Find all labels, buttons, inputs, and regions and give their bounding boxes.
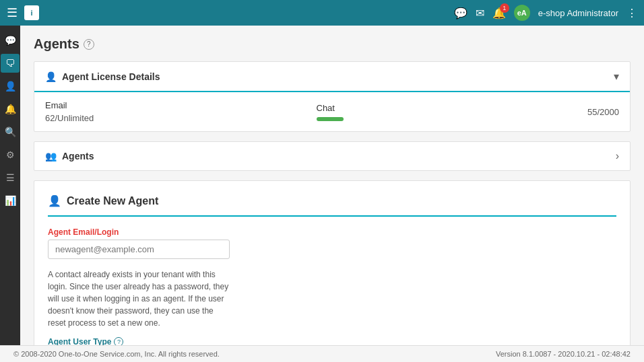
bell-badge: 1 <box>500 3 509 13</box>
user-type-help-icon[interactable]: ? <box>114 337 123 345</box>
agents-chevron-icon: › <box>616 150 619 162</box>
chat-license-col: Chat <box>317 103 588 121</box>
license-icon: 👤 <box>45 71 57 82</box>
page-title: Agents <box>34 36 79 52</box>
sidebar-item-search[interactable]: 🔍 <box>1 122 20 141</box>
main-layout: 💬 🗨 👤 🔔 🔍 ⚙ ☰ 📊 Agents ? 👤 Agent License… <box>0 26 644 345</box>
create-agent-section: 👤 Create New Agent Agent Email/Login A c… <box>34 180 631 345</box>
topbar-right: 💬 ✉ 🔔 1 eA e-shop Administrator ⋮ <box>454 5 637 21</box>
agents-section: 👥 Agents › <box>34 141 631 171</box>
chat-icon[interactable]: 💬 <box>454 7 468 20</box>
user-type-label-row: Agent User Type ? <box>48 337 616 345</box>
agents-group-icon: 👥 <box>45 151 57 161</box>
topbar-logo: i <box>24 5 39 20</box>
page-help-icon[interactable]: ? <box>84 39 94 50</box>
email-field[interactable] <box>48 240 230 259</box>
sidebar-item-settings[interactable]: ⚙ <box>1 145 20 164</box>
chat-license-bar-wrap <box>317 117 588 121</box>
user-type-label: Agent User Type <box>48 337 111 345</box>
license-section-title: Agent License Details <box>62 71 160 82</box>
share-icon[interactable]: ⋮ <box>626 7 637 20</box>
footer-version: Version 8.1.0087 - 2020.10.21 - 02:48:42 <box>496 350 631 358</box>
admin-name: e-shop Administrator <box>538 8 618 18</box>
agents-section-header[interactable]: 👥 Agents › <box>34 142 630 170</box>
topbar-left: ☰ i <box>7 5 39 20</box>
license-section: 👤 Agent License Details ▾ Email 62/Unlim… <box>34 61 631 132</box>
email-license-label: Email <box>45 100 317 110</box>
user-type-form-group: Agent User Type ? CSR Admin Supervisor ▼ <box>48 337 616 345</box>
sidebar-item-reports[interactable]: 📊 <box>1 191 20 210</box>
sidebar-item-messages[interactable]: 🗨 <box>1 54 20 73</box>
create-section-icon: 👤 <box>48 194 61 207</box>
sidebar-item-notifications[interactable]: 🔔 <box>1 100 20 118</box>
content-area: Agents ? 👤 Agent License Details ▾ Email… <box>20 26 644 345</box>
footer: © 2008-2020 One-to-One Service.com, Inc.… <box>0 345 644 362</box>
email-form-group: Agent Email/Login <box>48 227 616 259</box>
create-section-title: Create New Agent <box>67 195 158 207</box>
license-details-row: Email 62/Unlimited Chat 55/2000 <box>34 92 630 131</box>
create-section-header: 👤 Create New Agent <box>48 194 616 217</box>
license-section-header[interactable]: 👤 Agent License Details ▾ <box>34 62 630 92</box>
hamburger-icon[interactable]: ☰ <box>7 5 18 20</box>
sidebar-item-chat[interactable]: 💬 <box>1 31 20 50</box>
mail-icon[interactable]: ✉ <box>476 7 484 20</box>
email-license-col: Email 62/Unlimited <box>45 100 317 123</box>
agents-section-title: Agents <box>62 151 94 161</box>
sidebar: 💬 🗨 👤 🔔 🔍 ⚙ ☰ 📊 <box>0 26 20 345</box>
chat-license-label: Chat <box>317 103 588 113</box>
footer-copyright: © 2008-2020 One-to-One Service.com, Inc.… <box>13 350 220 358</box>
chat-license-count: 55/2000 <box>587 107 619 117</box>
info-text: A contact already exists in your tenant … <box>48 268 230 329</box>
bell-icon[interactable]: 🔔 1 <box>492 7 506 20</box>
email-field-label: Agent Email/Login <box>48 227 616 237</box>
topbar: ☰ i 💬 ✉ 🔔 1 eA e-shop Administrator ⋮ <box>0 0 644 26</box>
sidebar-item-agents[interactable]: 👤 <box>1 77 20 96</box>
license-chevron-icon: ▾ <box>614 70 619 83</box>
sidebar-item-menu[interactable]: ☰ <box>1 168 20 187</box>
email-license-count: 62/Unlimited <box>45 113 317 123</box>
page-title-row: Agents ? <box>34 36 631 52</box>
user-avatar[interactable]: eA <box>514 5 530 21</box>
chat-license-bar <box>317 117 344 121</box>
